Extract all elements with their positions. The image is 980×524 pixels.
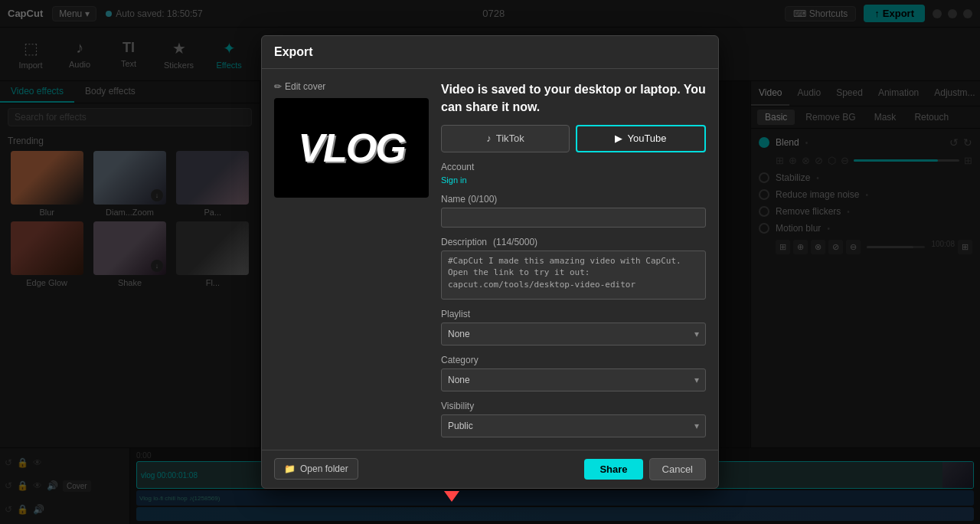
playlist-label: Playlist xyxy=(441,309,706,319)
playlist-arrow: ▾ xyxy=(694,329,699,339)
description-count: (114/5000) xyxy=(493,237,537,247)
name-label: Name (0/100) xyxy=(441,194,706,205)
export-modal: Export ✏ Edit cover VLOG Video is saved … xyxy=(261,35,719,489)
category-label: Category xyxy=(441,355,706,365)
visibility-arrow: ▾ xyxy=(694,421,699,431)
playlist-select[interactable]: None ▾ xyxy=(441,323,706,346)
footer-right: Share Cancel xyxy=(584,458,706,480)
share-button[interactable]: Share xyxy=(584,459,642,480)
visibility-field: Visibility Public ▾ xyxy=(441,401,706,437)
visibility-select[interactable]: Public ▾ xyxy=(441,414,706,437)
modal-right: Video is saved to your desktop or laptop… xyxy=(441,81,706,437)
arrow-indicator xyxy=(444,491,459,502)
youtube-label: YouTube xyxy=(627,133,666,144)
folder-icon: 📁 xyxy=(284,463,296,474)
name-field: Name (0/100) xyxy=(441,194,706,228)
modal-body: ✏ Edit cover VLOG Video is saved to your… xyxy=(262,69,718,450)
tiktok-button[interactable]: ♪ TikTok xyxy=(441,125,570,152)
vlog-text: VLOG xyxy=(298,125,404,171)
tiktok-label: TikTok xyxy=(496,133,524,144)
category-arrow: ▾ xyxy=(694,375,699,385)
playlist-value: None xyxy=(448,329,470,339)
visibility-label: Visibility xyxy=(441,401,706,411)
edit-icon: ✏ xyxy=(274,81,282,92)
open-folder-label: Open folder xyxy=(300,463,348,474)
youtube-button[interactable]: ▶ YouTube xyxy=(576,125,706,152)
modal-title: Export xyxy=(262,36,718,69)
account-label: Account xyxy=(441,162,706,172)
sign-in-link[interactable]: Sign in xyxy=(441,175,706,185)
account-field: Account Sign in xyxy=(441,162,706,185)
edit-cover-link[interactable]: ✏ Edit cover xyxy=(274,81,429,92)
description-label: Description xyxy=(441,237,487,247)
description-textarea[interactable]: #CapCut I made this amazing video with C… xyxy=(441,251,706,300)
share-heading: Video is saved to your desktop or laptop… xyxy=(441,81,706,116)
playlist-field: Playlist None ▾ xyxy=(441,309,706,346)
cover-preview: VLOG xyxy=(274,98,429,198)
name-input[interactable] xyxy=(441,208,706,228)
edit-cover-label: Edit cover xyxy=(285,81,325,92)
cancel-button[interactable]: Cancel xyxy=(649,458,706,480)
tiktok-icon: ♪ xyxy=(486,133,492,144)
category-value: None xyxy=(448,375,470,385)
youtube-icon: ▶ xyxy=(615,133,622,144)
category-field: Category None ▾ xyxy=(441,355,706,391)
modal-overlay: Export ✏ Edit cover VLOG Video is saved … xyxy=(0,0,980,524)
modal-footer: 📁 Open folder Share Cancel xyxy=(262,450,718,488)
visibility-value: Public xyxy=(448,421,473,431)
category-select[interactable]: None ▾ xyxy=(441,368,706,391)
platform-buttons: ♪ TikTok ▶ YouTube xyxy=(441,125,706,152)
open-folder-button[interactable]: 📁 Open folder xyxy=(274,458,358,480)
modal-left: ✏ Edit cover VLOG xyxy=(274,81,429,437)
description-field: Description (114/5000) #CapCut I made th… xyxy=(441,237,706,300)
